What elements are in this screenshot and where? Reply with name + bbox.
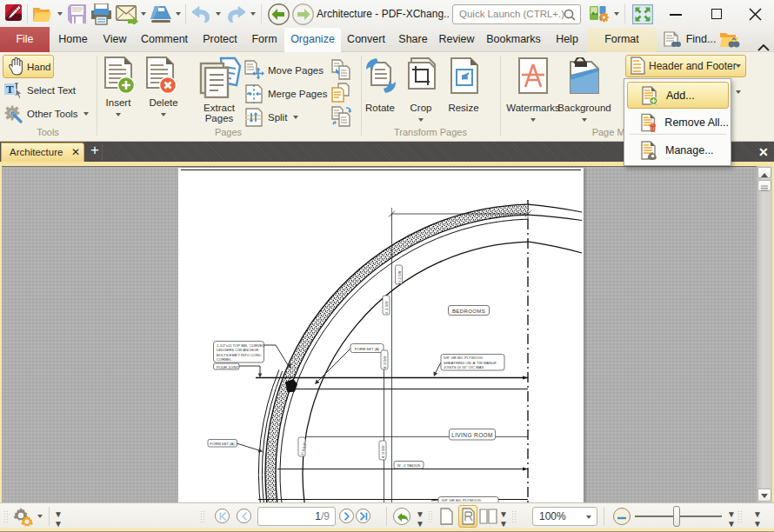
svg-text:FORM SET (A): FORM SET (A)	[210, 442, 235, 446]
svg-text:BEDROOMS: BEDROOMS	[452, 309, 485, 314]
svg-text:1-1/2"x11 TOP BBL 'CURVED: 1-1/2"x11 TOP BBL 'CURVED	[217, 343, 265, 348]
svg-text:W - 0' RADIUS: W - 0' RADIUS	[397, 463, 421, 468]
svg-text:8'-0 5/8": 8'-0 5/8"	[383, 355, 387, 369]
svg-text:CORBEL: CORBEL	[217, 357, 232, 362]
svg-text:LIVING ROOM: LIVING ROOM	[451, 432, 493, 438]
svg-text:10'-2 5/8": 10'-2 5/8"	[397, 269, 402, 285]
svg-text:BOLTS EMB'T INTO CONC: BOLTS EMB'T INTO CONC	[217, 353, 262, 357]
svg-text:T: T	[6, 83, 14, 96]
svg-text:JOISTS @ 16" O/C MAX: JOISTS @ 16" O/C MAX	[444, 365, 484, 369]
svg-text:POUR JOINT: POUR JOINT	[217, 365, 239, 369]
svg-text:SHEATHING ON 'A' TW MANUF: SHEATHING ON 'A' TW MANUF	[444, 361, 497, 365]
svg-text:8'-0 5/8": 8'-0 5/8"	[381, 444, 385, 458]
svg-text:FORM SET (A): FORM SET (A)	[355, 347, 380, 351]
svg-text:9'-1 5/8": 9'-1 5/8"	[384, 300, 389, 314]
svg-text:5/8" GR B/C PLYWOOD: 5/8" GR B/C PLYWOOD	[444, 356, 483, 360]
svg-text:LEDGERS C/W ANCHOR: LEDGERS C/W ANCHOR	[217, 348, 258, 352]
